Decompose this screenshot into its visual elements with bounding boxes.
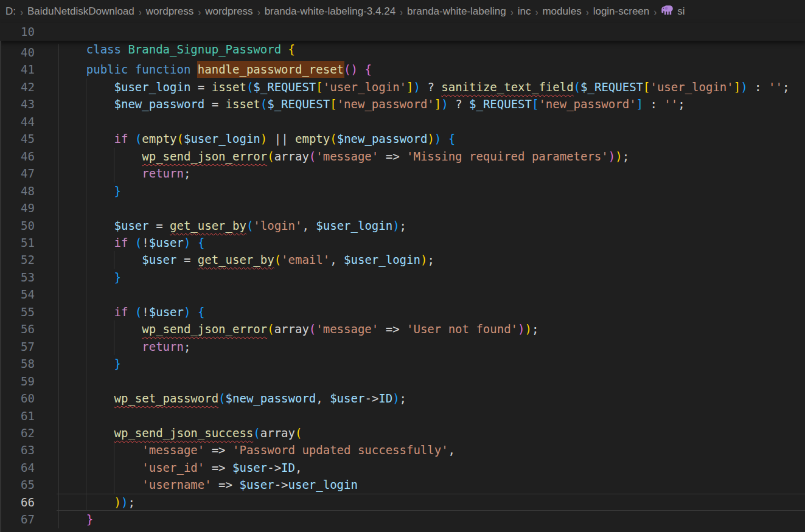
indent-whitespace <box>58 513 86 526</box>
line-number[interactable]: 53 <box>0 269 35 286</box>
code-token: ( <box>295 426 302 440</box>
code-token: { <box>448 132 455 145</box>
indent-guide <box>86 182 86 199</box>
code-line[interactable]: 43 $new_password = isset($_REQUEST['new_… <box>0 95 805 112</box>
code-line[interactable]: 61 <box>0 407 805 424</box>
indent-guide <box>58 269 59 286</box>
code-token: ! <box>142 236 148 249</box>
code-area[interactable]: 4041 public function handle_password_res… <box>0 41 805 528</box>
code-token: array <box>260 426 295 440</box>
line-number[interactable]: 50 <box>0 217 35 234</box>
line-number[interactable]: 63 <box>0 441 35 458</box>
indent-guide <box>86 113 86 130</box>
code-line[interactable]: 47 return; <box>0 165 805 182</box>
line-number[interactable]: 42 <box>0 78 35 95</box>
line-number[interactable]: 55 <box>0 303 35 320</box>
line-number[interactable]: 45 <box>0 130 35 147</box>
line-number[interactable]: 47 <box>0 165 35 182</box>
code-line[interactable]: 59 <box>0 373 805 390</box>
code-line[interactable]: 57 return; <box>0 338 805 355</box>
code-line[interactable]: 52 $user = get_user_by('email', $user_lo… <box>0 251 805 268</box>
line-number[interactable]: 61 <box>0 407 35 424</box>
chevron-separator-icon: › <box>586 5 589 18</box>
code-line[interactable]: 50 $user = get_user_by('login', $user_lo… <box>0 217 805 234</box>
indent-guide <box>58 251 59 268</box>
code-token-error-squiggle: get_user_by <box>198 253 274 266</box>
line-number[interactable]: 54 <box>0 286 35 303</box>
line-number[interactable]: 60 <box>0 390 35 407</box>
sticky-code-text: class Branda_Signup_Password { <box>86 43 295 56</box>
code-line[interactable]: 67 } <box>0 511 805 528</box>
code-line[interactable]: 44 <box>0 113 805 130</box>
code-line[interactable]: 55 if (!$user) { <box>0 303 805 320</box>
code-token <box>281 43 288 56</box>
line-number[interactable]: 58 <box>0 355 35 372</box>
code-line[interactable]: 64 'user_id' => $user->ID, <box>0 459 805 476</box>
line-number[interactable]: 56 <box>0 320 35 337</box>
code-line[interactable]: 62 wp_send_json_success(array( <box>0 424 805 441</box>
sticky-scroll-line[interactable]: 10class Branda_Signup_Password { <box>0 23 805 41</box>
line-number[interactable]: 40 <box>0 44 35 61</box>
breadcrumb-item[interactable]: wordpress <box>205 5 253 18</box>
code-line[interactable]: 54 <box>0 286 805 303</box>
code-token: 'email' <box>281 253 330 266</box>
code-token: return <box>142 340 184 353</box>
code-line[interactable]: 45 if (empty($user_login) || empty($new_… <box>0 130 805 147</box>
line-number[interactable]: 48 <box>0 182 35 199</box>
line-number[interactable]: 43 <box>0 95 35 112</box>
line-number[interactable]: 46 <box>0 148 35 165</box>
code-token: function <box>135 63 191 76</box>
line-number[interactable]: 62 <box>0 424 35 441</box>
breadcrumb-item[interactable]: branda-white-labeling <box>407 5 506 18</box>
line-number[interactable]: 57 <box>0 338 35 355</box>
indent-guide <box>86 476 86 493</box>
line-number[interactable]: 66 <box>0 494 35 511</box>
line-number[interactable]: 52 <box>0 251 35 268</box>
line-number[interactable]: 59 <box>0 373 35 390</box>
line-number[interactable]: 44 <box>0 113 35 130</box>
code-token: 'Password updated successfully' <box>232 443 448 457</box>
breadcrumb-item[interactable]: modules <box>542 5 581 18</box>
breadcrumb-item[interactable]: BaiduNetdiskDownload <box>27 5 134 18</box>
breadcrumb-item[interactable]: branda-white-labeling-3.4.24 <box>265 5 396 18</box>
code-token: $user <box>142 253 176 266</box>
code-line[interactable]: 41 public function handle_password_reset… <box>0 61 805 78</box>
code-line[interactable]: 56 wp_send_json_error(array('message' =>… <box>0 320 805 337</box>
code-line[interactable]: 51 if (!$user) { <box>0 234 805 251</box>
code-line[interactable]: 58 } <box>0 355 805 372</box>
code-token: $_REQUEST <box>253 80 316 94</box>
code-line[interactable]: 53 } <box>0 269 805 286</box>
breadcrumb-item[interactable]: si <box>661 4 685 19</box>
line-number[interactable]: 49 <box>0 199 35 216</box>
chevron-separator-icon: › <box>198 5 201 18</box>
indent-guide <box>86 494 86 511</box>
breadcrumb-item[interactable]: inc <box>518 5 531 18</box>
code-token <box>358 63 364 76</box>
code-token: => <box>378 150 406 163</box>
line-number[interactable]: 41 <box>0 61 35 78</box>
code-token-error-squiggle: wp_send_json_error <box>142 322 267 336</box>
code-line[interactable]: 63 'message' => 'Password updated succes… <box>0 441 805 458</box>
code-token: ( <box>135 132 142 145</box>
code-token: $user <box>232 461 267 474</box>
code-token <box>128 63 134 76</box>
line-number[interactable]: 67 <box>0 511 35 528</box>
breadcrumb-item[interactable]: login-screen <box>593 5 650 18</box>
indent-guide <box>58 113 59 130</box>
code-token: $user <box>330 392 364 405</box>
code-token: ) <box>525 322 532 336</box>
code-line-active[interactable]: 66 )); <box>0 494 805 511</box>
line-number[interactable]: 65 <box>0 476 35 493</box>
line-number[interactable]: 51 <box>0 234 35 251</box>
code-line[interactable]: 46 wp_send_json_error(array('message' =>… <box>0 148 805 165</box>
code-token: => <box>204 461 232 474</box>
code-line[interactable]: 49 <box>0 199 805 216</box>
code-line[interactable]: 48 } <box>0 182 805 199</box>
breadcrumb-item[interactable]: wordpress <box>146 5 193 18</box>
code-line[interactable]: 42 $user_login = isset($_REQUEST['user_l… <box>0 78 805 95</box>
indent-guide <box>58 338 59 355</box>
line-number[interactable]: 64 <box>0 459 35 476</box>
code-line[interactable]: 60 wp_set_password($new_password, $user-… <box>0 390 805 407</box>
code-line[interactable]: 65 'username' => $user->user_login <box>0 476 805 493</box>
breadcrumb-item[interactable]: D: <box>5 5 16 18</box>
